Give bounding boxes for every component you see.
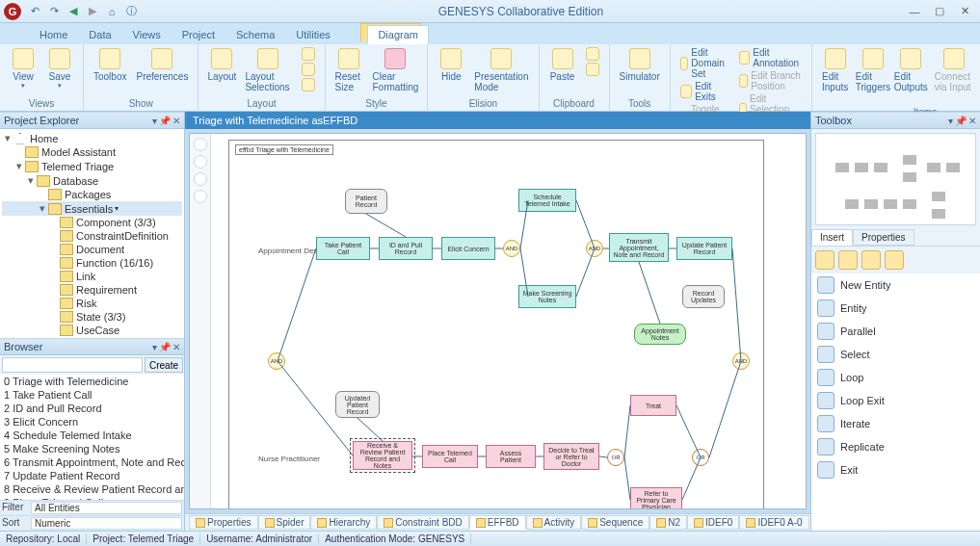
- tab-spider[interactable]: Spider: [258, 515, 311, 530]
- node-11[interactable]: Decide to Treat or Refer to Doctor: [543, 443, 599, 470]
- and-gate[interactable]: AND: [503, 240, 520, 257]
- copy-button[interactable]: [582, 62, 603, 77]
- project-explorer-tree[interactable]: ▾Home Model Assistant ▾Telemed Triage ▾D…: [0, 129, 184, 338]
- toolbox-item-new-entity[interactable]: New Entity: [811, 273, 980, 297]
- toolbox-item-entity[interactable]: Entity: [811, 297, 980, 320]
- browser-list[interactable]: 0 Triage with Telemedicine 1 Take Patien…: [0, 375, 184, 500]
- tab-views[interactable]: Views: [122, 25, 172, 44]
- qat-forward-icon[interactable]: ▶: [85, 4, 100, 19]
- zoom-in-icon[interactable]: [194, 138, 207, 151]
- toolbox-item-exit[interactable]: Exit: [811, 458, 980, 481]
- list-item[interactable]: 5 Make Screening Notes: [0, 442, 184, 455]
- edit-exits-button[interactable]: Edit Exits: [676, 80, 733, 103]
- tab-properties[interactable]: Properties: [189, 515, 258, 530]
- node-9[interactable]: Place Telemed Call: [422, 445, 478, 468]
- cut-button[interactable]: [582, 46, 603, 62]
- app-logo[interactable]: G: [4, 3, 21, 20]
- tab-home[interactable]: Home: [29, 25, 78, 44]
- hide-button[interactable]: Hide: [434, 46, 468, 84]
- reset-size-button[interactable]: Reset Size: [331, 46, 368, 94]
- list-item[interactable]: 1 Take Patient Call: [0, 388, 184, 402]
- toolbox-item-loop[interactable]: Loop: [811, 366, 980, 389]
- edit-branch-position-button[interactable]: Edit Branch Position: [735, 69, 806, 92]
- list-item[interactable]: 7 Update Patient Record: [0, 469, 184, 482]
- zoom-ruler[interactable]: [190, 134, 211, 508]
- or-gate[interactable]: OR: [692, 449, 709, 466]
- toolbox-quick-icon[interactable]: [838, 250, 858, 270]
- layout-button[interactable]: Layout: [204, 46, 239, 84]
- diagram-canvas[interactable]: effbd Triage with Telemedicine Appointme…: [211, 134, 806, 508]
- node-10[interactable]: Assess Patient: [486, 445, 536, 468]
- close-panel-icon[interactable]: ✕: [172, 342, 180, 352]
- and-gate[interactable]: AND: [268, 352, 285, 370]
- zoom-fit-icon[interactable]: [194, 155, 207, 169]
- node-patient-record[interactable]: Patient Record: [345, 189, 387, 214]
- document-tab[interactable]: Triage with Telemedicine asEFFBD: [185, 112, 810, 129]
- edit-domain-set-button[interactable]: Edit Domain Set: [676, 46, 733, 80]
- node-6[interactable]: Transmit Appointment, Note and Record: [609, 233, 669, 262]
- zoom-out-icon[interactable]: [194, 172, 207, 186]
- node-7[interactable]: Update Patient Record: [676, 237, 732, 260]
- tab-diagram[interactable]: Diagram: [367, 25, 429, 44]
- qat-redo-icon[interactable]: ↷: [46, 4, 62, 19]
- node-3[interactable]: Elicit Concern: [441, 237, 495, 260]
- toolbox-item-loop-exit[interactable]: Loop Exit: [811, 389, 980, 412]
- node-5[interactable]: Make Screening Notes: [518, 285, 576, 308]
- close-panel-icon[interactable]: ✕: [172, 116, 180, 126]
- pin-icon[interactable]: 📌: [159, 342, 171, 352]
- qat-info-icon[interactable]: ⓘ: [123, 4, 139, 19]
- close-panel-icon[interactable]: ✕: [968, 116, 976, 126]
- toolbox-item-iterate[interactable]: Iterate: [811, 412, 980, 435]
- tab-effbd[interactable]: EFFBD: [469, 515, 526, 530]
- node-12[interactable]: Treat: [630, 395, 676, 416]
- edit-inputs-button[interactable]: Edit Inputs: [818, 46, 853, 94]
- presentation-mode-button[interactable]: Presentation Mode: [470, 46, 532, 94]
- qat-back-icon[interactable]: ◀: [66, 4, 81, 19]
- node-updated-record[interactable]: Updated Patient Record: [335, 391, 380, 418]
- tab-schema[interactable]: Schema: [225, 25, 285, 44]
- dropdown-icon[interactable]: ▾: [152, 116, 157, 126]
- pin-icon[interactable]: 📌: [159, 116, 171, 126]
- tab-idef0-a0[interactable]: IDEF0 A-0: [739, 515, 808, 530]
- tab-idef0[interactable]: IDEF0: [687, 515, 739, 530]
- toolbox-minimap[interactable]: [815, 133, 976, 225]
- close-button[interactable]: ✕: [953, 4, 976, 19]
- paste-button[interactable]: Paste: [545, 46, 580, 84]
- list-item[interactable]: 6 Transmit Appointment, Note and Record: [0, 455, 184, 469]
- pin-icon[interactable]: 📌: [955, 116, 967, 126]
- minimize-button[interactable]: —: [903, 4, 926, 19]
- save-button[interactable]: Save▾: [42, 46, 77, 91]
- toolbox-item-parallel[interactable]: Parallel: [811, 320, 980, 343]
- and-gate[interactable]: AND: [586, 240, 603, 257]
- sort-select[interactable]: Numeric: [31, 517, 182, 530]
- browser-search-input[interactable]: [2, 357, 143, 373]
- toolbox-tab-insert[interactable]: Insert: [811, 229, 853, 246]
- node-4[interactable]: Schedule Telemed Intake: [518, 189, 576, 212]
- tab-hierarchy[interactable]: Hierarchy: [310, 515, 377, 530]
- qat-home-icon[interactable]: ⌂: [104, 4, 119, 19]
- layout-selections-button[interactable]: Layout Selections: [241, 46, 295, 94]
- tab-activity[interactable]: Activity: [526, 515, 582, 530]
- simulator-button[interactable]: Simulator: [616, 46, 664, 84]
- node-8-selected[interactable]: Receive & Review Patient Record and Note…: [353, 441, 412, 470]
- edit-outputs-button[interactable]: Edit Outputs: [893, 46, 929, 94]
- zoom-reset-icon[interactable]: [194, 190, 207, 203]
- toolbox-quick-icon[interactable]: [861, 250, 881, 270]
- node-appt-notes[interactable]: Appointment Notes: [634, 324, 686, 345]
- toolbox-quick-icon[interactable]: [815, 250, 834, 270]
- connect-via-input-button[interactable]: Connect via Input: [931, 46, 978, 94]
- dropdown-icon[interactable]: ▾: [948, 116, 953, 126]
- list-item[interactable]: 2 ID and Pull Record: [0, 402, 184, 415]
- node-13[interactable]: Refer to Primary Care Physician: [630, 487, 682, 509]
- list-item[interactable]: 3 Elicit Concern: [0, 415, 184, 429]
- toolbox-button[interactable]: Toolbox: [90, 46, 130, 84]
- or-gate[interactable]: OR: [607, 449, 624, 466]
- list-item[interactable]: 8 Receive & Review Patient Record and No…: [0, 482, 184, 496]
- node-2[interactable]: ID and Pull Record: [379, 237, 433, 260]
- preferences-button[interactable]: Preferences: [132, 46, 192, 84]
- tab-n2[interactable]: N2: [649, 515, 687, 530]
- list-item[interactable]: 4 Schedule Telemed Intake: [0, 429, 184, 442]
- view-button[interactable]: View▾: [6, 46, 40, 91]
- tree-item-essentials[interactable]: ▾Essentials▾: [2, 201, 182, 216]
- toolbox-quick-icon[interactable]: [885, 250, 904, 270]
